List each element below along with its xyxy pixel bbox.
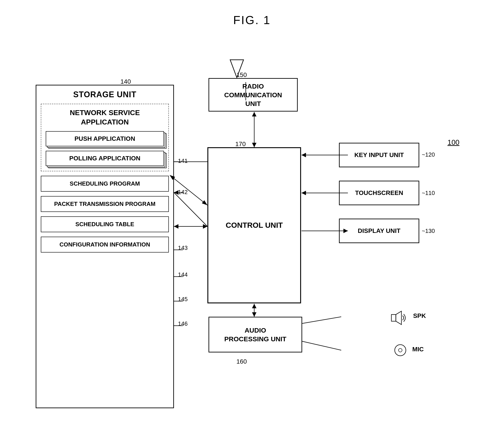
ref-110: ~110 bbox=[422, 189, 435, 197]
push-application-box: PUSH APPLICATION bbox=[46, 131, 164, 146]
page-title: FIG. 1 bbox=[0, 0, 504, 27]
svg-text:142: 142 bbox=[178, 189, 187, 195]
svg-text:145: 145 bbox=[178, 296, 187, 302]
storage-unit-box: STORAGE UNIT NETWORK SERVICEAPPLICATION … bbox=[36, 85, 174, 408]
diagram-container: 140 STORAGE UNIT NETWORK SERVICEAPPLICAT… bbox=[18, 49, 486, 428]
audio-unit-label: AUDIOPROCESSING UNIT bbox=[224, 326, 286, 343]
network-service-dashed: NETWORK SERVICEAPPLICATION PUSH APPLICAT… bbox=[41, 104, 169, 171]
svg-text:144: 144 bbox=[178, 271, 187, 278]
ref-170: 170 bbox=[235, 141, 246, 148]
svg-marker-25 bbox=[302, 153, 306, 157]
ref-150: 150 bbox=[236, 71, 247, 79]
svg-marker-15 bbox=[203, 224, 207, 229]
svg-point-3 bbox=[395, 345, 406, 356]
svg-marker-23 bbox=[252, 143, 257, 147]
touchscreen-unit-box: TOUCHSCREEN bbox=[339, 181, 419, 205]
ref-100: 100 bbox=[448, 138, 459, 147]
svg-marker-14 bbox=[174, 190, 178, 195]
spk-icon bbox=[390, 310, 408, 327]
svg-marker-2 bbox=[396, 311, 401, 325]
svg-line-17 bbox=[174, 178, 207, 205]
svg-line-34 bbox=[302, 341, 341, 350]
audio-unit-box: AUDIOPROCESSING UNIT bbox=[209, 317, 302, 352]
mic-label: MIC bbox=[412, 346, 424, 353]
scheduling-table-box: SCHEDULING TABLE bbox=[41, 216, 169, 232]
svg-marker-27 bbox=[302, 191, 306, 195]
key-input-label: KEY INPUT UNIT bbox=[354, 151, 404, 158]
svg-marker-22 bbox=[252, 112, 257, 116]
display-unit-box: DISPLAY UNIT bbox=[339, 219, 419, 243]
polling-application-box: POLLING APPLICATION bbox=[46, 151, 164, 166]
storage-unit-label: STORAGE UNIT bbox=[36, 85, 173, 101]
display-unit-label: DISPLAY UNIT bbox=[358, 227, 400, 235]
svg-text:143: 143 bbox=[178, 244, 187, 251]
touchscreen-label: TOUCHSCREEN bbox=[355, 189, 403, 197]
mic-icon bbox=[394, 344, 407, 358]
packet-transmission-box: PACKET TRANSMISSION PROGRAM bbox=[41, 196, 169, 212]
svg-text:141: 141 bbox=[178, 158, 187, 164]
radio-unit-label: RADIOCOMMUNICATIONUNIT bbox=[224, 82, 282, 108]
ref-120: ~120 bbox=[422, 151, 435, 158]
radio-unit-box: RADIOCOMMUNICATIONUNIT bbox=[209, 78, 298, 111]
svg-marker-31 bbox=[252, 304, 257, 308]
svg-rect-1 bbox=[391, 315, 396, 321]
svg-point-4 bbox=[398, 348, 402, 352]
svg-line-33 bbox=[302, 317, 341, 323]
ref-160: 160 bbox=[236, 358, 247, 365]
svg-marker-41 bbox=[203, 224, 207, 229]
ref-130: ~130 bbox=[422, 228, 435, 235]
spk-label: SPK bbox=[413, 312, 426, 319]
network-service-label: NETWORK SERVICEAPPLICATION bbox=[44, 106, 166, 128]
scheduling-program-box: SCHEDULING PROGRAM bbox=[41, 176, 169, 192]
storage-items: SCHEDULING PROGRAM PACKET TRANSMISSION P… bbox=[36, 176, 173, 252]
svg-marker-40 bbox=[174, 224, 178, 229]
control-unit-box: CONTROL UNIT bbox=[207, 147, 301, 303]
svg-text:146: 146 bbox=[178, 320, 187, 327]
configuration-info-box: CONFIGURATION INFORMATION bbox=[41, 237, 169, 252]
svg-marker-32 bbox=[252, 312, 257, 317]
ref-140: 140 bbox=[121, 78, 131, 85]
svg-line-13 bbox=[174, 192, 207, 226]
control-unit-label: CONTROL UNIT bbox=[226, 220, 283, 231]
key-input-unit-box: KEY INPUT UNIT bbox=[339, 143, 419, 167]
